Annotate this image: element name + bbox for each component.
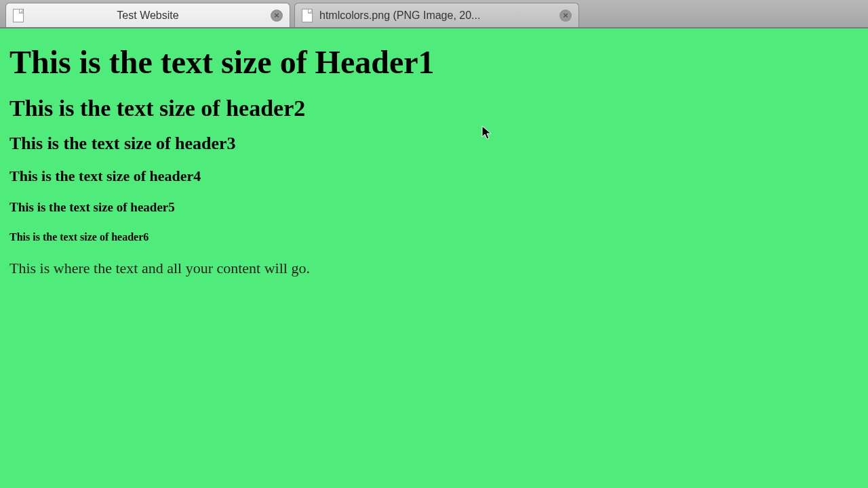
page-content: This is the text size of Header1 This is… [0, 28, 868, 488]
heading-3: This is the text size of header3 [9, 134, 859, 154]
browser-tab-bar: Test Website × htmlcolors.png (PNG Image… [0, 0, 868, 28]
browser-tab-active[interactable]: Test Website × [5, 3, 290, 27]
tab-title: Test Website [31, 9, 265, 22]
heading-1: This is the text size of Header1 [9, 43, 859, 81]
tab-title: htmlcolors.png (PNG Image, 20... [319, 9, 554, 22]
page-icon [13, 9, 24, 22]
heading-5: This is the text size of header5 [9, 200, 859, 215]
heading-4: This is the text size of header4 [9, 167, 859, 185]
heading-6: This is the text size of header6 [9, 231, 859, 243]
heading-2: This is the text size of header2 [9, 96, 859, 121]
close-icon[interactable]: × [559, 9, 572, 22]
browser-tab-inactive[interactable]: htmlcolors.png (PNG Image, 20... × [294, 3, 579, 27]
paragraph-text: This is where the text and all your cont… [9, 260, 859, 277]
close-icon[interactable]: × [271, 9, 283, 22]
page-icon [302, 9, 313, 22]
